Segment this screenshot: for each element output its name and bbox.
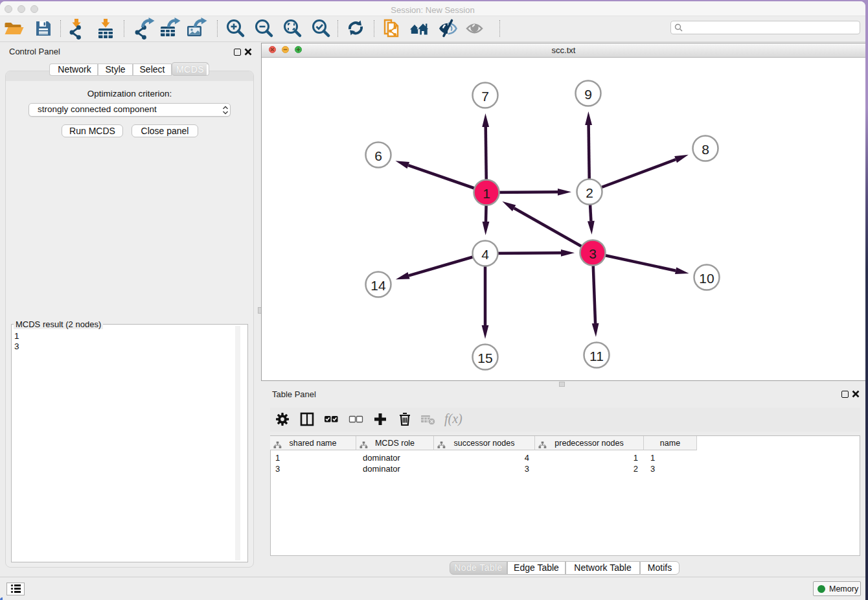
svg-text:11: 11: [589, 349, 604, 363]
svg-text:3: 3: [589, 246, 597, 261]
svg-text:15: 15: [477, 351, 492, 365]
svg-text:2: 2: [586, 185, 593, 200]
svg-text:8: 8: [702, 142, 709, 157]
svg-text:9: 9: [584, 87, 592, 102]
svg-text:10: 10: [699, 271, 714, 286]
svg-text:14: 14: [371, 278, 386, 293]
svg-text:6: 6: [374, 148, 382, 163]
svg-text:7: 7: [481, 89, 489, 104]
svg-text:1: 1: [483, 186, 490, 201]
svg-text:4: 4: [481, 247, 489, 262]
